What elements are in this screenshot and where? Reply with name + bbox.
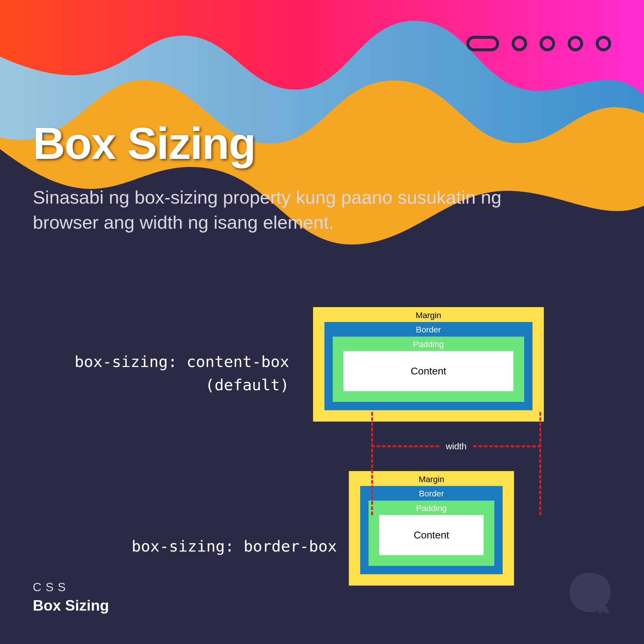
code-line: box-sizing: content-box bbox=[0, 350, 289, 373]
content-label: Content bbox=[379, 515, 484, 555]
footer: CSS Box Sizing bbox=[33, 580, 109, 614]
example-border-box: box-sizing: border-box Margin Border Pad… bbox=[0, 471, 644, 586]
pager-pill-active bbox=[466, 36, 499, 51]
width-annotation: width bbox=[371, 426, 541, 492]
code-content-box: box-sizing: content-box (default) bbox=[0, 332, 313, 397]
code-border-box: box-sizing: border-box bbox=[0, 499, 349, 558]
footer-eyebrow: CSS bbox=[33, 580, 109, 594]
code-line: box-sizing: border-box bbox=[0, 535, 337, 558]
pager-dot-2 bbox=[512, 36, 527, 51]
page-indicator bbox=[466, 36, 611, 51]
code-line: (default) bbox=[0, 373, 289, 397]
brand-logo-icon bbox=[563, 566, 617, 620]
pager-dot-3 bbox=[540, 36, 555, 51]
border-label: Border bbox=[333, 324, 524, 336]
content-label: Content bbox=[343, 351, 513, 391]
padding-label: Padding bbox=[343, 339, 513, 351]
example-content-box: box-sizing: content-box (default) Margin… bbox=[0, 307, 644, 422]
svg-rect-1 bbox=[599, 608, 601, 614]
page-subtitle: Sinasabi ng box-sizing property kung paa… bbox=[33, 185, 569, 235]
box-model-content-box: Margin Border Padding Content bbox=[313, 307, 544, 422]
pager-dot-4 bbox=[568, 36, 583, 51]
margin-label: Margin bbox=[324, 310, 532, 322]
page-title: Box Sizing bbox=[33, 118, 256, 169]
svg-point-0 bbox=[597, 601, 603, 607]
width-label: width bbox=[443, 441, 469, 451]
pager-dot-5 bbox=[596, 36, 611, 51]
padding-label: Padding bbox=[379, 503, 484, 515]
footer-title: Box Sizing bbox=[33, 597, 109, 614]
